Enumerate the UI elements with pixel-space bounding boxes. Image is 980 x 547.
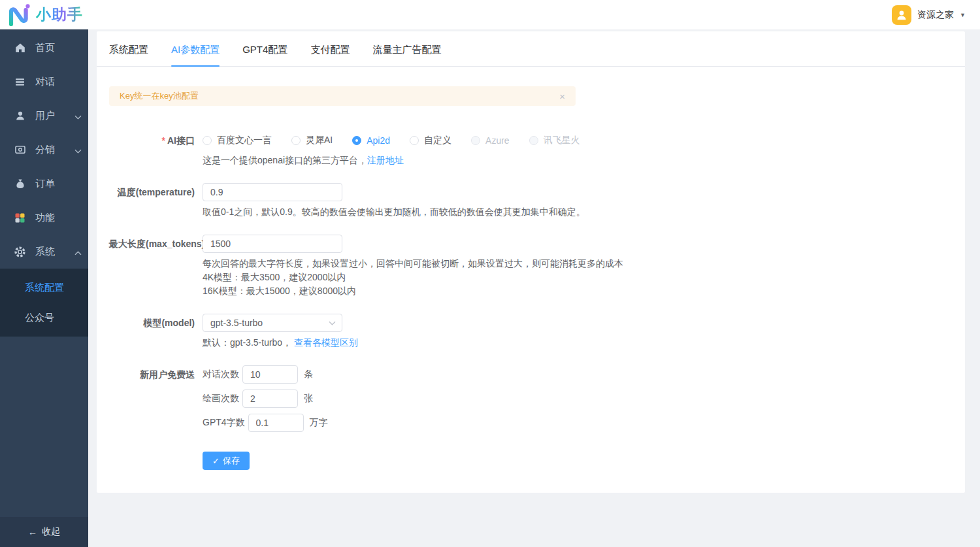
- free-gpt4-row: GPT4字数 万字: [203, 414, 328, 432]
- ai-params-form: *AI接口 百度文心一言 灵犀AI: [97, 106, 965, 470]
- submenu-item-label: 公众号: [25, 312, 54, 324]
- money-bag-icon: [14, 178, 26, 190]
- list-icon: [14, 76, 26, 88]
- sidebar-item-label: 系统: [35, 246, 55, 258]
- user-name: 资源之家: [917, 9, 954, 21]
- free-chat-label: 对话次数: [203, 369, 239, 380]
- app-logo[interactable]: 小助手: [0, 3, 83, 27]
- tab-system-config[interactable]: 系统配置: [109, 44, 148, 66]
- tab-ai-params[interactable]: AI参数配置: [171, 44, 220, 66]
- free-gifts-label: 新用户免费送: [109, 365, 203, 432]
- alert-text: Key统一在key池配置: [120, 90, 199, 102]
- collapse-label: 收起: [42, 526, 60, 538]
- system-submenu: 系统配置 公众号: [0, 269, 88, 337]
- register-link[interactable]: 注册地址: [367, 155, 404, 165]
- free-draw-row: 绘画次数 张: [203, 390, 328, 408]
- radio-selected-icon: [352, 136, 361, 145]
- gear-icon: [14, 246, 26, 258]
- sidebar-item-users[interactable]: 用户: [0, 99, 88, 133]
- sidebar-item-label: 分销: [35, 144, 55, 156]
- sidebar-item-label: 订单: [35, 178, 55, 190]
- check-icon: ✓: [212, 456, 220, 466]
- radio-baidu-wenxin[interactable]: 百度文心一言: [203, 135, 272, 146]
- free-gpt4-input[interactable]: [248, 414, 304, 432]
- free-chat-input[interactable]: [242, 365, 298, 384]
- sidebar-item-chat[interactable]: 对话: [0, 65, 88, 99]
- api-radio-group: 百度文心一言 灵犀AI Api2d: [203, 131, 600, 150]
- free-gpt4-unit: 万字: [310, 417, 328, 429]
- form-row-model: 模型(model) gpt-3.5-turbo 默认：gpt-3.5-turbo…: [109, 314, 965, 350]
- max-tokens-input[interactable]: [203, 235, 342, 253]
- user-menu[interactable]: 资源之家 ▼: [892, 5, 980, 25]
- sidebar-item-official-account[interactable]: 公众号: [0, 303, 88, 333]
- save-button-label: 保存: [223, 455, 240, 467]
- api-label: *AI接口: [109, 131, 203, 167]
- back-arrow-icon: ←: [28, 527, 37, 537]
- max-tokens-help-text-3: 16K模型：最大15000，建议8000以内: [203, 284, 623, 298]
- radio-azure: Azure: [471, 135, 510, 146]
- radio-icon: [203, 136, 212, 145]
- settings-tabs: 系统配置 AI参数配置 GPT4配置 支付配置 流量主广告配置: [97, 31, 965, 67]
- tab-ad-config[interactable]: 流量主广告配置: [372, 44, 441, 66]
- sidebar-collapse-button[interactable]: ← 收起: [0, 517, 88, 547]
- model-diff-link[interactable]: 查看各模型区别: [294, 337, 358, 348]
- radio-api2d[interactable]: Api2d: [352, 135, 390, 146]
- free-gpt4-label: GPT4字数: [203, 417, 245, 429]
- max-tokens-help-text-1: 每次回答的最大字符长度，如果设置过小，回答中间可能被切断，如果设置过大，则可能消…: [203, 257, 623, 271]
- grid-apps-icon: [14, 212, 26, 224]
- user-icon: [14, 110, 26, 122]
- sidebar-item-distribution[interactable]: 分销: [0, 133, 88, 167]
- sidebar-item-features[interactable]: 功能: [0, 201, 88, 235]
- chevron-up-icon: [74, 246, 82, 257]
- form-row-api: *AI接口 百度文心一言 灵犀AI: [109, 131, 965, 167]
- temperature-input[interactable]: [203, 183, 342, 201]
- close-icon[interactable]: ×: [559, 91, 565, 101]
- temperature-help-text: 取值0-1之间，默认0.9。较高的数值会使输出更加随机，而较低的数值会使其更加集…: [203, 205, 585, 219]
- radio-custom[interactable]: 自定义: [410, 135, 451, 146]
- person-icon: [896, 9, 907, 21]
- radio-disabled-icon: [471, 136, 480, 145]
- radio-lingxi-ai[interactable]: 灵犀AI: [291, 135, 333, 146]
- model-label: 模型(model): [109, 314, 203, 350]
- save-button[interactable]: ✓ 保存: [203, 452, 250, 470]
- sidebar-item-orders[interactable]: 订单: [0, 167, 88, 201]
- api-help-text: 这是一个提供openai接口的第三方平台，注册地址: [203, 154, 600, 167]
- sidebar-item-label: 用户: [35, 110, 55, 122]
- max-tokens-help-text-2: 4K模型：最大3500，建议2000以内: [203, 271, 623, 284]
- sidebar-item-system[interactable]: 系统: [0, 235, 88, 269]
- sidebar-item-label: 功能: [35, 212, 55, 224]
- coupon-icon: [14, 144, 26, 156]
- chevron-down-icon: [329, 321, 336, 325]
- home-icon: [14, 42, 26, 54]
- chevron-down-icon: [74, 144, 82, 156]
- chevron-down-icon: [74, 110, 82, 122]
- form-row-temperature: 温度(temperature) 取值0-1之间，默认0.9。较高的数值会使输出更…: [109, 183, 965, 219]
- caret-down-icon: ▼: [960, 12, 966, 18]
- max-tokens-label: 最大长度(max_tokens): [109, 235, 203, 298]
- sidebar-item-label: 对话: [35, 76, 55, 88]
- free-chat-unit: 条: [304, 369, 313, 380]
- tab-gpt4-config[interactable]: GPT4配置: [242, 44, 287, 66]
- temperature-label: 温度(temperature): [109, 183, 203, 219]
- free-draw-label: 绘画次数: [203, 393, 239, 405]
- model-select[interactable]: gpt-3.5-turbo: [203, 314, 342, 332]
- sidebar-item-home[interactable]: 首页: [0, 31, 88, 65]
- tab-payment-config[interactable]: 支付配置: [310, 44, 350, 66]
- top-header: 小助手 资源之家 ▼: [0, 0, 980, 29]
- radio-disabled-icon: [529, 136, 538, 145]
- sidebar: 首页 对话 用户: [0, 29, 88, 547]
- main-area: 系统配置 AI参数配置 GPT4配置 支付配置 流量主广告配置 Key统一在ke…: [88, 29, 980, 547]
- ai-logo-icon: [6, 3, 32, 27]
- settings-card: 系统配置 AI参数配置 GPT4配置 支付配置 流量主广告配置 Key统一在ke…: [97, 31, 965, 493]
- radio-xunfei: 讯飞星火: [529, 135, 580, 146]
- form-row-free-gifts: 新用户免费送 对话次数 条 绘画次数 张 GPT: [109, 365, 965, 432]
- required-mark: *: [162, 135, 165, 146]
- free-draw-input[interactable]: [242, 390, 298, 408]
- form-row-max-tokens: 最大长度(max_tokens) 每次回答的最大字符长度，如果设置过小，回答中间…: [109, 235, 965, 298]
- user-avatar: [892, 5, 911, 25]
- radio-icon: [410, 136, 419, 145]
- logo-text: 小助手: [36, 5, 83, 25]
- sidebar-item-system-config[interactable]: 系统配置: [0, 273, 88, 303]
- model-help-text: 默认：gpt-3.5-turbo， 查看各模型区别: [203, 336, 358, 350]
- free-chat-row: 对话次数 条: [203, 365, 328, 384]
